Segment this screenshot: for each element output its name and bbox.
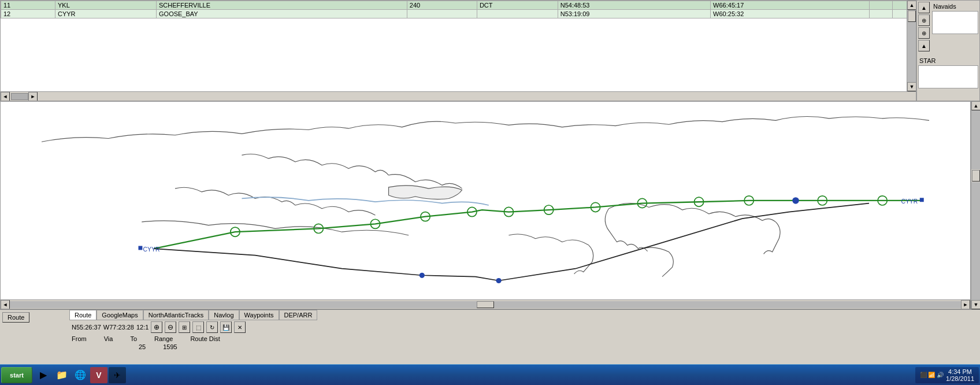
star-box <box>918 65 978 88</box>
table-cell <box>407 10 477 18</box>
bottom-main: RouteGoogleMapsNorthAtlanticTracksNavlog… <box>69 310 980 364</box>
bottom-tab-northatlantictracks[interactable]: NorthAtlanticTracks <box>143 310 209 320</box>
table-cell <box>870 10 893 18</box>
table-vscroll[interactable]: ▲ ▼ <box>907 1 916 91</box>
app-container: 11YKLSCHEFFERVILLE240DCTN54:48:53W66:45:… <box>0 0 980 385</box>
left-route-panel: Route <box>0 310 69 364</box>
table-cell: N54:48:53 <box>558 1 710 10</box>
taskbar-app-v[interactable]: V <box>90 367 107 383</box>
map-scroll-left[interactable]: ◄ <box>1 300 10 309</box>
table-row[interactable]: 11YKLSCHEFFERVILLE240DCTN54:48:53W66:45:… <box>1 1 916 10</box>
bottom-tab-deparr[interactable]: DEP/ARR <box>279 310 318 320</box>
map-scroll-right[interactable]: ► <box>961 300 970 309</box>
route-dist-val: 1595 <box>163 343 177 350</box>
navaids-up-btn[interactable]: ▲ <box>918 2 930 13</box>
range-label: Range <box>154 335 173 342</box>
sidebar-right: ▲ ⊕ ⊕ ▲ Navaids STAR <box>916 0 980 101</box>
range-val: 25 <box>139 343 146 350</box>
star-label: STAR <box>918 56 978 65</box>
table-cell: 11 <box>1 1 55 10</box>
taskbar-app-flight[interactable]: ✈ <box>109 367 126 383</box>
table-cell: N53:19:09 <box>558 10 710 18</box>
table-row[interactable]: 12CYYRGOOSE_BAYN53:19:09W60:25:32 <box>1 10 916 18</box>
coords-lat: N55:26:37 <box>72 324 101 331</box>
navaids-label: Navaids <box>932 2 978 11</box>
refresh-btn[interactable]: ↻ <box>206 321 218 333</box>
start-button[interactable]: start <box>1 367 32 383</box>
svg-text:CYYR: CYYR <box>901 198 918 205</box>
table-cell: GOOSE_BAY <box>157 10 407 18</box>
map-scroll-up[interactable]: ▲ <box>971 101 980 110</box>
table-cell: SCHEFFERVILLE <box>157 1 407 10</box>
tray-icons: ⬛ 📶 🔊 <box>920 372 944 378</box>
table-cell <box>870 1 893 10</box>
map-section: CYYR CYYR <box>0 101 980 309</box>
zoom-100-btn[interactable]: ⬚ <box>192 321 204 333</box>
taskbar-tray: ⬛ 📶 🔊 4:34 PM 1/28/2011 <box>915 367 979 383</box>
map-area[interactable]: CYYR CYYR <box>0 101 971 309</box>
from-label: From <box>72 335 87 342</box>
save-btn[interactable]: 💾 <box>220 321 232 333</box>
scroll-thumb[interactable] <box>908 10 916 22</box>
scroll-right-btn[interactable]: ► <box>28 92 38 101</box>
svg-rect-1 <box>138 246 142 250</box>
taskbar-app-ie[interactable]: 🌐 <box>72 367 89 383</box>
map-scroll-down[interactable]: ▼ <box>971 300 980 309</box>
bottom-tab-navlog[interactable]: Navlog <box>209 310 239 320</box>
sidebar-btn-group: ▲ ⊕ ⊕ ▲ <box>918 2 930 51</box>
svg-point-20 <box>792 197 799 204</box>
close-btn[interactable]: ✕ <box>234 321 246 333</box>
from-via-to-vals-row: 25 1595 <box>69 343 980 350</box>
svg-rect-0 <box>42 102 929 309</box>
bottom-tab-waypoints[interactable]: Waypoints <box>239 310 279 320</box>
taskbar-app-winamp[interactable]: ▶ <box>35 367 52 383</box>
top-section: 11YKLSCHEFFERVILLE240DCTN54:48:53W66:45:… <box>0 0 980 101</box>
coords-lon: W77:23:28 <box>103 324 134 331</box>
navaids-triangle-btn[interactable]: ▲ <box>918 40 930 51</box>
bottom-tabs-row: RouteGoogleMapsNorthAtlanticTracksNavlog… <box>69 310 980 320</box>
route-dist-label: Route Dist <box>190 335 220 342</box>
scroll-track <box>907 10 916 82</box>
fit-btn[interactable]: ⊞ <box>179 321 190 333</box>
zoom-plus-btn[interactable]: ⊕ <box>151 321 162 333</box>
map-hscroll-thumb[interactable] <box>477 301 494 308</box>
map-vscroll[interactable]: ▲ ▼ <box>971 101 980 309</box>
taskbar: start ▶ 📁 🌐 V ✈ ⬛ 📶 🔊 4:34 PM 1/28/2011 <box>0 364 980 385</box>
route-tab-btn[interactable]: Route <box>2 312 29 323</box>
map-svg: CYYR CYYR <box>1 102 970 309</box>
navaids-compass2-btn[interactable]: ⊕ <box>918 27 930 39</box>
hscroll-thumb[interactable] <box>11 93 28 100</box>
table-cell <box>477 10 558 18</box>
map-vscroll-thumb[interactable] <box>972 170 980 182</box>
to-label: To <box>130 335 137 342</box>
navaids-box <box>932 11 978 34</box>
coords-toolbar: N55:26:37 W77:23:28 12:1 ⊕ ⊖ ⊞ ⬚ ↻ 💾 ✕ <box>69 320 980 334</box>
svg-point-18 <box>420 273 425 278</box>
navaids-compass1-btn[interactable]: ⊕ <box>918 14 930 26</box>
coords-zoom: 12:1 <box>136 324 149 331</box>
bottom-tab-route[interactable]: Route <box>69 310 96 320</box>
scroll-left-btn[interactable]: ◄ <box>1 92 10 101</box>
tray-time: 4:34 PM 1/28/2011 <box>946 368 974 382</box>
table-cell: W66:45:17 <box>711 1 870 10</box>
table-cell: W60:25:32 <box>711 10 870 18</box>
from-via-to-row: From Via To Range Route Dist <box>69 334 980 343</box>
table-cell: 12 <box>1 10 55 18</box>
table-cell: 240 <box>407 1 477 10</box>
table-area: 11YKLSCHEFFERVILLE240DCTN54:48:53W66:45:… <box>0 0 916 101</box>
svg-point-19 <box>496 278 501 283</box>
map-hscrollbar[interactable]: ◄ ► <box>1 299 970 309</box>
table-cell: YKL <box>55 1 157 10</box>
bottom-area: Route RouteGoogleMapsNorthAtlanticTracks… <box>0 309 980 364</box>
bottom-tab-googlemaps[interactable]: GoogleMaps <box>96 310 143 320</box>
table-hscrollbar[interactable]: ◄ ► <box>1 91 916 101</box>
table-cell: CYYR <box>55 10 157 18</box>
zoom-minus-btn[interactable]: ⊖ <box>165 321 176 333</box>
scroll-down-btn[interactable]: ▼ <box>907 82 916 91</box>
taskbar-app-folder[interactable]: 📁 <box>53 367 70 383</box>
svg-rect-3 <box>920 198 924 202</box>
via-label: Via <box>104 335 113 342</box>
scroll-up-btn[interactable]: ▲ <box>907 1 916 10</box>
table-cell: DCT <box>477 1 558 10</box>
svg-text:CYYR: CYYR <box>143 246 160 253</box>
